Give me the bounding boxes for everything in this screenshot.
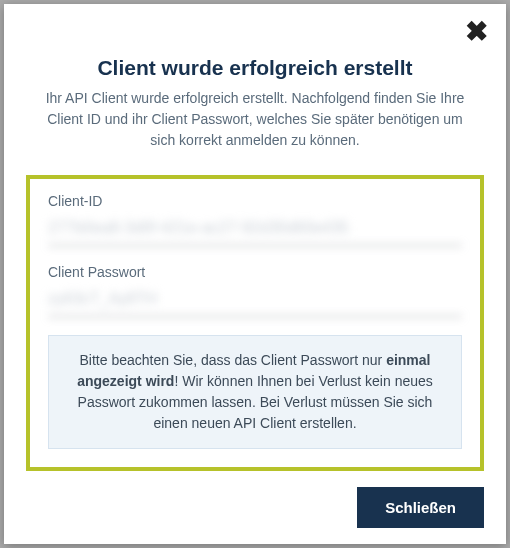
close-button[interactable]: Schließen: [357, 487, 484, 528]
password-notice: Bitte beachten Sie, dass das Client Pass…: [48, 335, 462, 449]
modal-footer: Schließen: [26, 487, 484, 528]
close-icon[interactable]: ✖: [465, 18, 488, 46]
notice-prefix: Bitte beachten Sie, dass das Client Pass…: [80, 352, 387, 368]
credentials-box: Client-ID 277b0ea8-3d0f-421e-ac27-92d30d…: [26, 175, 484, 471]
client-password-label: Client Passwort: [48, 264, 462, 280]
client-id-value: 277b0ea8-3d0f-421e-ac27-92d30d60e435: [48, 213, 462, 246]
client-id-label: Client-ID: [48, 193, 462, 209]
modal-subtitle: Ihr API Client wurde erfolgreich erstell…: [26, 88, 484, 151]
modal-dialog: ✖ Client wurde erfolgreich erstellt Ihr …: [4, 4, 506, 544]
client-password-value: zy63cT_Ay8TH: [48, 284, 462, 317]
modal-title: Client wurde erfolgreich erstellt: [26, 56, 484, 80]
